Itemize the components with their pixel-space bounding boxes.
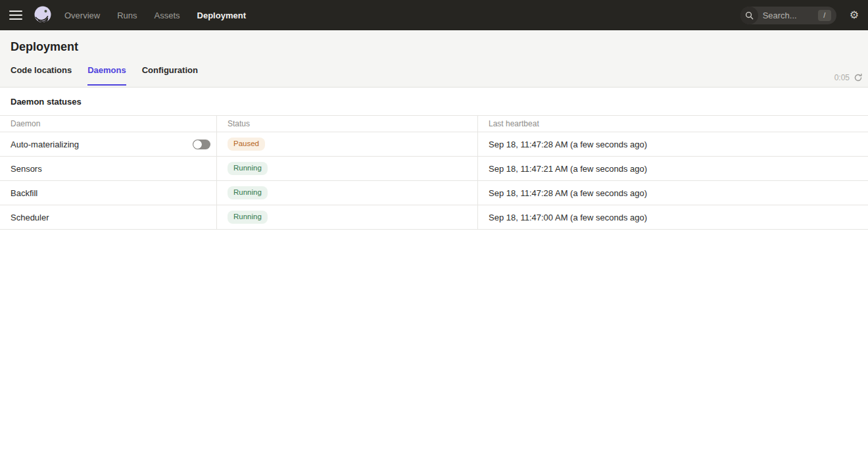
column-header-daemon: Daemon: [0, 116, 217, 132]
search-box[interactable]: /: [740, 7, 836, 24]
last-heartbeat-value: Sep 18, 11:47:28 AM (a few seconds ago): [478, 181, 868, 205]
page-title: Deployment: [11, 30, 857, 54]
status-badge: Running: [228, 211, 268, 224]
last-heartbeat-value: Sep 18, 11:47:00 AM (a few seconds ago): [478, 205, 868, 229]
nav-item-assets[interactable]: Assets: [155, 11, 180, 20]
refresh-countdown: 0:05: [834, 73, 850, 82]
status-badge: Running: [228, 162, 268, 175]
table-row-auto-materializing: Auto-materializing Paused Sep 18, 11:47:…: [0, 132, 868, 157]
section-title-daemon-statuses: Daemon statuses: [0, 88, 868, 115]
daemon-name: Sensors: [11, 164, 42, 174]
page-header: Deployment Code locations Daemons Config…: [0, 30, 868, 88]
daemon-name: Auto-materializing: [11, 140, 79, 149]
tab-code-locations[interactable]: Code locations: [11, 65, 72, 86]
dagster-logo-icon[interactable]: [33, 5, 53, 25]
status-badge: Paused: [228, 138, 265, 151]
settings-gear-icon[interactable]: ⚙: [850, 10, 859, 20]
table-row-sensors: Sensors Running Sep 18, 11:47:21 AM (a f…: [0, 157, 868, 181]
nav-item-runs[interactable]: Runs: [117, 11, 137, 20]
last-heartbeat-value: Sep 18, 11:47:21 AM (a few seconds ago): [478, 157, 868, 180]
table-header-row: Daemon Status Last heartbeat: [0, 116, 868, 132]
table-row-scheduler: Scheduler Running Sep 18, 11:47:00 AM (a…: [0, 205, 868, 230]
auto-materializing-toggle[interactable]: [193, 140, 210, 149]
tab-configuration[interactable]: Configuration: [142, 65, 198, 86]
refresh-icon[interactable]: [854, 73, 863, 82]
deployment-tabs: Code locations Daemons Configuration: [11, 65, 857, 86]
tab-daemons[interactable]: Daemons: [87, 65, 126, 86]
top-navbar: Overview Runs Assets Deployment / ⚙: [0, 0, 868, 30]
daemon-name: Backfill: [11, 188, 37, 198]
daemon-statuses-table: Daemon Status Last heartbeat Auto-materi…: [0, 115, 868, 230]
status-badge: Running: [228, 186, 268, 199]
last-heartbeat-value: Sep 18, 11:47:28 AM (a few seconds ago): [478, 132, 868, 156]
search-shortcut-badge: /: [818, 10, 831, 21]
column-header-status: Status: [217, 116, 478, 132]
column-header-last-heartbeat: Last heartbeat: [478, 116, 868, 132]
hamburger-menu-icon[interactable]: [9, 11, 22, 20]
nav-item-overview[interactable]: Overview: [64, 11, 100, 20]
table-row-backfill: Backfill Running Sep 18, 11:47:28 AM (a …: [0, 181, 868, 205]
daemon-name: Scheduler: [11, 213, 49, 222]
daemons-content: Daemon statuses Daemon Status Last heart…: [0, 88, 868, 230]
search-icon: [740, 7, 758, 24]
nav-item-deployment[interactable]: Deployment: [197, 11, 246, 20]
search-input[interactable]: [763, 11, 817, 20]
main-nav: Overview Runs Assets Deployment: [64, 11, 246, 20]
